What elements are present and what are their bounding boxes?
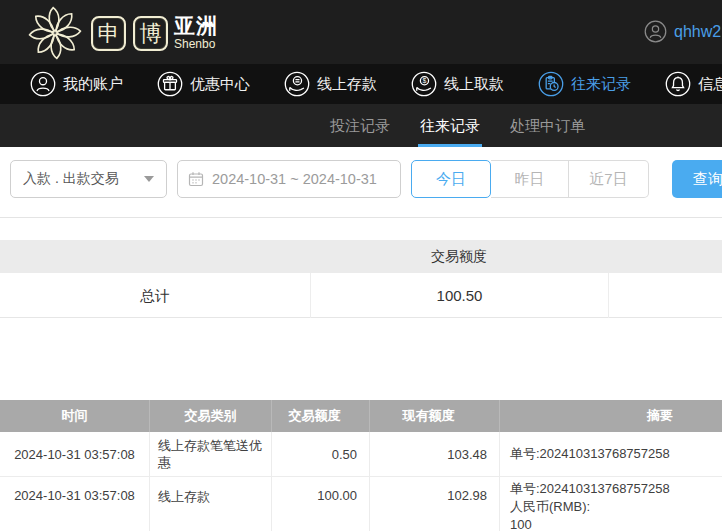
- nav-item-label: 优惠中心: [190, 75, 250, 94]
- record-tabs-bar: 投注记录 往来记录 处理中订单: [0, 104, 722, 147]
- logo-text: 亚洲 Shenbo: [174, 15, 218, 51]
- tab-betting-records[interactable]: 投注记录: [330, 104, 390, 147]
- bell-icon: [665, 71, 691, 97]
- cell-amount: 0.50: [272, 432, 370, 476]
- nav-item-withdraw[interactable]: $ 线上取款: [411, 71, 504, 97]
- logo-subtitle: Shenbo: [174, 37, 218, 51]
- transaction-type-select[interactable]: 入款 . 出款交易: [10, 160, 167, 198]
- tab-pending-orders[interactable]: 处理中订单: [510, 104, 585, 147]
- logo-char-box: 申: [91, 16, 126, 51]
- flower-logo-icon: [26, 4, 84, 62]
- cell-summary: 单号:202410313768757258: [500, 432, 722, 476]
- table-header-row: 时间 交易类别 交易额度 现有额度 摘要: [0, 400, 722, 432]
- cell-balance: 103.48: [370, 432, 500, 476]
- summary-header-label: 交易额度: [310, 240, 608, 273]
- withdraw-icon: $: [411, 71, 437, 97]
- today-button[interactable]: 今日: [411, 160, 491, 198]
- date-range-input[interactable]: 2024-10-31 ~ 2024-10-31: [177, 160, 401, 198]
- nav-item-my-account[interactable]: 我的账户: [30, 71, 123, 97]
- calendar-icon: [188, 171, 204, 187]
- nav-item-label: 我的账户: [63, 75, 123, 94]
- records-icon: [538, 71, 564, 97]
- nav-item-transaction-records[interactable]: 往来记录: [538, 71, 631, 97]
- summary-header-row: 交易额度: [0, 240, 722, 273]
- nav-item-label: 信息: [698, 75, 722, 94]
- logo-char-box: 博: [133, 16, 168, 51]
- svg-text:$: $: [423, 77, 427, 84]
- account-area: qhhw2: [644, 20, 721, 43]
- table-row: 2024-10-31 03:57:08 线上存款笔笔送优惠 0.50 103.4…: [0, 432, 722, 477]
- chevron-down-icon: [144, 176, 154, 182]
- transaction-records-page: 申 博 亚洲 Shenbo qhhw2 我的账户: [0, 0, 722, 531]
- logo-region: 亚洲: [174, 15, 218, 37]
- brand-logo[interactable]: 申 博 亚洲 Shenbo: [26, 2, 218, 64]
- cell-type: 线上存款: [150, 477, 272, 531]
- summary-line: 单号:202410313768757258: [510, 480, 670, 498]
- summary-total-row: 总计 100.50: [0, 273, 722, 318]
- transactions-table: 时间 交易类别 交易额度 现有额度 摘要 2024-10-31 03:57:08…: [0, 400, 722, 531]
- nav-item-label: 线上取款: [444, 75, 504, 94]
- summary-table: 交易额度 总计 100.50: [0, 240, 722, 318]
- main-navigation: 我的账户 优惠中心 线上存款: [0, 64, 722, 104]
- topbar: 申 博 亚洲 Shenbo qhhw2: [0, 0, 722, 64]
- deposit-icon: [284, 71, 310, 97]
- date-range-value: 2024-10-31 ~ 2024-10-31: [212, 171, 377, 187]
- username[interactable]: qhhw2: [674, 23, 721, 41]
- query-button[interactable]: 查询: [672, 160, 722, 198]
- summary-line: 100: [510, 516, 670, 531]
- cell-time: 2024-10-31 03:57:08: [0, 432, 150, 476]
- quick-date-buttons: 今日 昨日 近7日: [411, 160, 649, 198]
- table-row: 2024-10-31 03:57:08 线上存款 100.00 102.98 单…: [0, 477, 722, 531]
- nav-item-promotions[interactable]: 优惠中心: [157, 71, 250, 97]
- last-7-days-button[interactable]: 近7日: [569, 160, 649, 198]
- avatar-icon: [644, 20, 667, 43]
- user-icon: [30, 71, 56, 97]
- cell-balance: 102.98: [370, 477, 500, 531]
- tab-transaction-records[interactable]: 往来记录: [420, 104, 480, 147]
- summary-empty-cell: [608, 273, 722, 318]
- yesterday-button[interactable]: 昨日: [491, 160, 569, 198]
- summary-line: 人民币(RMB):: [510, 498, 670, 516]
- nav-item-label: 线上存款: [317, 75, 377, 94]
- col-header-type: 交易类别: [150, 400, 272, 432]
- summary-total-value: 100.50: [310, 273, 608, 318]
- summary-line: 单号:202410313768757258: [510, 445, 670, 463]
- cell-amount: 100.00: [272, 477, 370, 531]
- nav-item-deposit[interactable]: 线上存款: [284, 71, 377, 97]
- gift-icon: [157, 71, 183, 97]
- cell-time: 2024-10-31 03:57:08: [0, 477, 150, 531]
- summary-total-label: 总计: [0, 273, 310, 318]
- col-header-amount: 交易额度: [272, 400, 370, 432]
- col-header-time: 时间: [0, 400, 150, 432]
- nav-item-label: 往来记录: [571, 75, 631, 94]
- transaction-type-value: 入款 . 出款交易: [23, 170, 119, 188]
- cell-summary: 单号:202410313768757258 人民币(RMB): 100: [500, 477, 722, 531]
- section-divider: [0, 217, 722, 218]
- nav-item-messages[interactable]: 信息: [665, 71, 722, 97]
- cell-type: 线上存款笔笔送优惠: [150, 432, 272, 476]
- col-header-summary: 摘要: [500, 400, 722, 432]
- filter-bar: 入款 . 出款交易 2024-10-31 ~ 2024-10-31 今日 昨日 …: [0, 147, 722, 217]
- col-header-balance: 现有额度: [370, 400, 500, 432]
